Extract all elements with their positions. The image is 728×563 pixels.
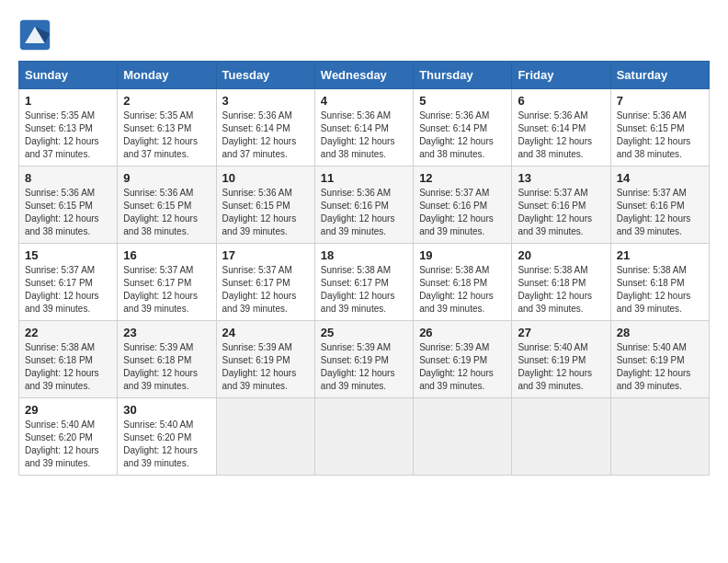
- day-cell: 27 Sunrise: 5:40 AM Sunset: 6:19 PM Dayl…: [512, 321, 610, 398]
- day-number: 20: [518, 248, 604, 262]
- day-cell: [512, 398, 610, 476]
- day-info: Sunrise: 5:40 AM Sunset: 6:19 PM Dayligh…: [518, 341, 604, 393]
- day-number: 2: [123, 94, 210, 108]
- day-number: 29: [25, 403, 111, 417]
- week-row-1: 1 Sunrise: 5:35 AM Sunset: 6:13 PM Dayli…: [19, 89, 710, 167]
- day-number: 23: [123, 326, 210, 339]
- day-cell: 13 Sunrise: 5:37 AM Sunset: 6:16 PM Dayl…: [512, 167, 610, 244]
- day-cell: 24 Sunrise: 5:39 AM Sunset: 6:19 PM Dayl…: [216, 321, 314, 398]
- day-number: 5: [419, 94, 506, 108]
- day-cell: 25 Sunrise: 5:39 AM Sunset: 6:19 PM Dayl…: [314, 321, 413, 398]
- day-number: 27: [518, 326, 604, 339]
- day-number: 30: [123, 403, 210, 417]
- header-friday: Friday: [512, 62, 610, 89]
- day-cell: 9 Sunrise: 5:36 AM Sunset: 6:15 PM Dayli…: [118, 167, 216, 244]
- day-info: Sunrise: 5:36 AM Sunset: 6:14 PM Dayligh…: [321, 109, 407, 161]
- day-info: Sunrise: 5:37 AM Sunset: 6:17 PM Dayligh…: [123, 264, 210, 316]
- day-number: 7: [617, 94, 703, 108]
- day-cell: 4 Sunrise: 5:36 AM Sunset: 6:14 PM Dayli…: [314, 89, 413, 167]
- day-info: Sunrise: 5:37 AM Sunset: 6:16 PM Dayligh…: [518, 187, 604, 238]
- day-number: 1: [25, 94, 111, 108]
- day-number: 21: [617, 248, 703, 262]
- day-cell: 10 Sunrise: 5:36 AM Sunset: 6:15 PM Dayl…: [216, 167, 314, 244]
- day-number: 12: [419, 171, 506, 185]
- logo: [18, 18, 57, 52]
- day-cell: 3 Sunrise: 5:36 AM Sunset: 6:14 PM Dayli…: [216, 89, 314, 167]
- day-cell: 18 Sunrise: 5:38 AM Sunset: 6:17 PM Dayl…: [314, 244, 413, 321]
- day-number: 22: [25, 326, 111, 339]
- header-saturday: Saturday: [610, 62, 709, 89]
- day-cell: [216, 398, 314, 476]
- day-cell: 23 Sunrise: 5:39 AM Sunset: 6:18 PM Dayl…: [118, 321, 216, 398]
- day-info: Sunrise: 5:39 AM Sunset: 6:19 PM Dayligh…: [222, 341, 309, 393]
- day-info: Sunrise: 5:38 AM Sunset: 6:18 PM Dayligh…: [25, 341, 111, 393]
- day-number: 17: [222, 248, 309, 262]
- day-cell: 7 Sunrise: 5:36 AM Sunset: 6:15 PM Dayli…: [610, 89, 709, 167]
- day-cell: 16 Sunrise: 5:37 AM Sunset: 6:17 PM Dayl…: [118, 244, 216, 321]
- week-row-2: 8 Sunrise: 5:36 AM Sunset: 6:15 PM Dayli…: [19, 167, 710, 244]
- day-info: Sunrise: 5:36 AM Sunset: 6:15 PM Dayligh…: [123, 187, 210, 238]
- day-number: 16: [123, 248, 210, 262]
- day-info: Sunrise: 5:36 AM Sunset: 6:14 PM Dayligh…: [222, 109, 309, 161]
- day-info: Sunrise: 5:39 AM Sunset: 6:19 PM Dayligh…: [419, 341, 506, 393]
- logo-icon: [18, 18, 51, 52]
- day-info: Sunrise: 5:36 AM Sunset: 6:14 PM Dayligh…: [518, 109, 604, 161]
- day-cell: [314, 398, 413, 476]
- day-cell: [610, 398, 709, 476]
- day-cell: 2 Sunrise: 5:35 AM Sunset: 6:13 PM Dayli…: [118, 89, 216, 167]
- day-info: Sunrise: 5:35 AM Sunset: 6:13 PM Dayligh…: [25, 109, 111, 161]
- day-cell: 12 Sunrise: 5:37 AM Sunset: 6:16 PM Dayl…: [414, 167, 512, 244]
- day-cell: 11 Sunrise: 5:36 AM Sunset: 6:16 PM Dayl…: [314, 167, 413, 244]
- day-cell: 26 Sunrise: 5:39 AM Sunset: 6:19 PM Dayl…: [414, 321, 512, 398]
- day-number: 3: [222, 94, 309, 108]
- day-number: 11: [321, 171, 407, 185]
- day-info: Sunrise: 5:36 AM Sunset: 6:15 PM Dayligh…: [25, 187, 111, 238]
- day-number: 28: [617, 326, 703, 339]
- day-cell: 28 Sunrise: 5:40 AM Sunset: 6:19 PM Dayl…: [610, 321, 709, 398]
- day-number: 14: [617, 171, 703, 185]
- day-info: Sunrise: 5:40 AM Sunset: 6:20 PM Dayligh…: [123, 419, 210, 470]
- day-cell: 20 Sunrise: 5:38 AM Sunset: 6:18 PM Dayl…: [512, 244, 610, 321]
- day-cell: 6 Sunrise: 5:36 AM Sunset: 6:14 PM Dayli…: [512, 89, 610, 167]
- day-info: Sunrise: 5:38 AM Sunset: 6:18 PM Dayligh…: [419, 264, 506, 316]
- day-info: Sunrise: 5:36 AM Sunset: 6:16 PM Dayligh…: [321, 187, 407, 238]
- week-row-4: 22 Sunrise: 5:38 AM Sunset: 6:18 PM Dayl…: [19, 321, 710, 398]
- day-cell: 15 Sunrise: 5:37 AM Sunset: 6:17 PM Dayl…: [19, 244, 118, 321]
- header-tuesday: Tuesday: [216, 62, 314, 89]
- day-number: 4: [321, 94, 407, 108]
- day-number: 19: [419, 248, 506, 262]
- day-info: Sunrise: 5:36 AM Sunset: 6:15 PM Dayligh…: [222, 187, 309, 238]
- day-cell: 14 Sunrise: 5:37 AM Sunset: 6:16 PM Dayl…: [610, 167, 709, 244]
- day-number: 9: [123, 171, 210, 185]
- day-number: 8: [25, 171, 111, 185]
- week-row-3: 15 Sunrise: 5:37 AM Sunset: 6:17 PM Dayl…: [19, 244, 710, 321]
- day-info: Sunrise: 5:36 AM Sunset: 6:14 PM Dayligh…: [419, 109, 506, 161]
- day-number: 18: [321, 248, 407, 262]
- header-sunday: Sunday: [19, 62, 118, 89]
- day-cell: 5 Sunrise: 5:36 AM Sunset: 6:14 PM Dayli…: [414, 89, 512, 167]
- header-monday: Monday: [118, 62, 216, 89]
- day-info: Sunrise: 5:38 AM Sunset: 6:18 PM Dayligh…: [518, 264, 604, 316]
- day-number: 25: [321, 326, 407, 339]
- day-number: 13: [518, 171, 604, 185]
- day-info: Sunrise: 5:38 AM Sunset: 6:18 PM Dayligh…: [617, 264, 703, 316]
- page-header: [18, 18, 710, 52]
- calendar-header-row: SundayMondayTuesdayWednesdayThursdayFrid…: [19, 62, 710, 89]
- day-number: 15: [25, 248, 111, 262]
- day-cell: 21 Sunrise: 5:38 AM Sunset: 6:18 PM Dayl…: [610, 244, 709, 321]
- day-cell: 22 Sunrise: 5:38 AM Sunset: 6:18 PM Dayl…: [19, 321, 118, 398]
- calendar-table: SundayMondayTuesdayWednesdayThursdayFrid…: [18, 61, 710, 476]
- day-info: Sunrise: 5:37 AM Sunset: 6:16 PM Dayligh…: [617, 187, 703, 238]
- day-info: Sunrise: 5:37 AM Sunset: 6:17 PM Dayligh…: [222, 264, 309, 316]
- day-number: 26: [419, 326, 506, 339]
- day-info: Sunrise: 5:37 AM Sunset: 6:16 PM Dayligh…: [419, 187, 506, 238]
- day-cell: [414, 398, 512, 476]
- day-cell: 30 Sunrise: 5:40 AM Sunset: 6:20 PM Dayl…: [118, 398, 216, 476]
- day-number: 24: [222, 326, 309, 339]
- day-info: Sunrise: 5:36 AM Sunset: 6:15 PM Dayligh…: [617, 109, 703, 161]
- day-info: Sunrise: 5:38 AM Sunset: 6:17 PM Dayligh…: [321, 264, 407, 316]
- day-info: Sunrise: 5:40 AM Sunset: 6:20 PM Dayligh…: [25, 419, 111, 470]
- day-number: 6: [518, 94, 604, 108]
- day-cell: 1 Sunrise: 5:35 AM Sunset: 6:13 PM Dayli…: [19, 89, 118, 167]
- header-thursday: Thursday: [414, 62, 512, 89]
